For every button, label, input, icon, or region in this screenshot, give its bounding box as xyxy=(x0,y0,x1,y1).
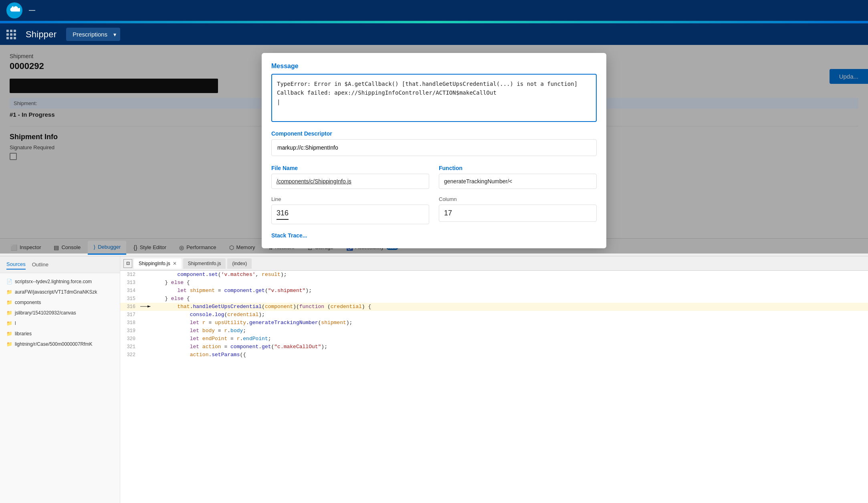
component-descriptor-label: Component Descriptor xyxy=(271,130,597,137)
code-line-315: 315 } else { xyxy=(120,295,868,303)
salesforce-logo[interactable] xyxy=(6,2,22,18)
file-name: libraries xyxy=(15,331,32,337)
list-item[interactable]: 📁 l xyxy=(0,318,120,329)
code-line-312: 312 component.set('v.matches', result); xyxy=(120,271,868,279)
code-line-313: 313 } else { xyxy=(120,279,868,287)
file-name: jslibrary/1541020932/canvas xyxy=(15,310,76,316)
appbar: Shipper Prescriptions xyxy=(0,23,868,45)
editor-tab-shippinginfo-label: ShippingInfo.js xyxy=(139,261,170,266)
column-input-wrapper: 17 xyxy=(439,205,597,222)
function-label: Function xyxy=(439,165,597,171)
devtools-panel: ⬜ Inspector ▤ Console ⟩ Debugger {} Styl… xyxy=(0,238,868,503)
debugger-editor: ⊡ ShippingInfo.js ✕ ShipmentInfo.js (ind… xyxy=(120,256,868,503)
editor-sidebar-toggle[interactable]: ⊡ xyxy=(123,259,132,268)
code-line-317: 317 console.log(credential); xyxy=(120,311,868,319)
file-name: components xyxy=(15,300,41,305)
editor-tab-shipmentinfo-label: ShipmentInfo.js xyxy=(188,261,221,266)
file-name-group: File Name /components/c/ShippingInfo.js xyxy=(271,158,429,189)
folder-icon: 📁 xyxy=(6,341,12,347)
file-name: l xyxy=(15,320,16,326)
code-line-321: 321 let action = component.get("c.makeCa… xyxy=(120,343,868,351)
prescriptions-dropdown[interactable]: Prescriptions xyxy=(66,28,120,41)
editor-tab-close-icon[interactable]: ✕ xyxy=(173,261,177,266)
folder-icon: 📁 xyxy=(6,320,12,326)
error-modal: Message TypeError: Error in $A.getCallba… xyxy=(262,53,606,248)
list-item[interactable]: 📁 libraries xyxy=(0,329,120,339)
app-launcher-icon[interactable] xyxy=(6,30,16,39)
message-textarea[interactable]: TypeError: Error in $A.getCallback() [th… xyxy=(271,74,597,122)
app-title: Shipper xyxy=(26,29,57,40)
column-group: Column 17 xyxy=(439,196,597,224)
editor-tab-shipmentinfo[interactable]: ShipmentInfo.js xyxy=(183,258,226,269)
line-input-wrapper: 316 xyxy=(271,205,429,224)
debugger-panel: Sources Outline 📄 scriptsrx--tydev2.ligh… xyxy=(0,256,868,503)
code-line-316: 316 that.handleGetUpsCredential(comp xyxy=(120,303,868,311)
topbar xyxy=(0,0,868,21)
column-label: Column xyxy=(439,196,597,202)
editor-tab-shippinginfo[interactable]: ShippingInfo.js ✕ xyxy=(134,258,182,269)
list-item[interactable]: 📄 scriptsrx--tydev2.lightning.force.com xyxy=(0,276,120,287)
prescriptions-select-wrapper[interactable]: Prescriptions xyxy=(66,28,120,41)
main-content: Shipment 0000292 Shipment: #1 - In Progr… xyxy=(0,45,868,254)
file-name: auraFW/javascript/VT1TdmGnaNKSzk xyxy=(15,289,97,295)
code-editor-area[interactable]: 312 component.set('v.matches', result); … xyxy=(120,271,868,503)
debugger-sidebar: Sources Outline 📄 scriptsrx--tydev2.ligh… xyxy=(0,256,120,503)
file-name: lightning/r/Case/500m0000007RfmK xyxy=(15,341,92,347)
file-name-label: File Name xyxy=(271,165,429,171)
folder-icon: 📁 xyxy=(6,300,12,305)
code-line-320: 320 let endPoint = r.endPoint; xyxy=(120,335,868,343)
sidebar-tab-sources[interactable]: Sources xyxy=(6,260,26,270)
folder-icon: 📁 xyxy=(6,331,12,337)
file-function-row: File Name /components/c/ShippingInfo.js … xyxy=(271,158,597,189)
line-label: Line xyxy=(271,196,429,202)
modal-overlay: Message TypeError: Error in $A.getCallba… xyxy=(0,45,868,254)
list-item[interactable]: 📁 lightning/r/Case/500m0000007RfmK xyxy=(0,339,120,349)
file-name: scriptsrx--tydev2.lightning.force.com xyxy=(15,279,92,284)
sidebar-tab-header: Sources Outline xyxy=(0,256,120,273)
function-group: Function generateTrackingNumber/< xyxy=(439,158,597,189)
function-value: generateTrackingNumber/< xyxy=(444,178,512,185)
editor-tabs: ⊡ ShippingInfo.js ✕ ShipmentInfo.js (ind… xyxy=(120,256,868,271)
line-group: Line 316 xyxy=(271,196,429,224)
function-input-wrapper: generateTrackingNumber/< xyxy=(439,174,597,189)
component-descriptor-box: markup://c:ShipmentInfo xyxy=(271,139,597,156)
code-line-314: 314 let shipment = component.get("v.ship… xyxy=(120,287,868,295)
divider xyxy=(29,10,35,11)
code-line-322: 322 action.setParams({ xyxy=(120,351,868,359)
editor-tab-index-label: (index) xyxy=(232,261,247,266)
stack-trace-link[interactable]: Stack Trace... xyxy=(271,232,597,239)
column-value: 17 xyxy=(444,209,452,217)
file-name-input-wrapper: /components/c/ShippingInfo.js xyxy=(271,174,429,189)
file-icon: 📄 xyxy=(6,279,12,284)
code-line-319: 319 let body = r.body; xyxy=(120,327,868,335)
message-title: Message xyxy=(271,63,597,70)
folder-icon: 📁 xyxy=(6,310,12,316)
list-item[interactable]: 📁 components xyxy=(0,297,120,308)
component-descriptor-value: markup://c:ShipmentInfo xyxy=(277,144,338,151)
sidebar-tab-outline[interactable]: Outline xyxy=(32,260,48,270)
file-name-value: /components/c/ShippingInfo.js xyxy=(277,178,351,185)
line-value: 316 xyxy=(277,209,289,220)
list-item[interactable]: 📁 jslibrary/1541020932/canvas xyxy=(0,308,120,318)
editor-tab-index[interactable]: (index) xyxy=(227,258,252,269)
folder-icon: 📁 xyxy=(6,289,12,295)
breakpoint-arrow-icon xyxy=(140,303,152,310)
list-item[interactable]: 📁 auraFW/javascript/VT1TdmGnaNKSzk xyxy=(0,287,120,297)
line-column-row: Line 316 Column 17 xyxy=(271,196,597,224)
sidebar-file-list: 📄 scriptsrx--tydev2.lightning.force.com … xyxy=(0,273,120,353)
code-line-318: 318 let r = upsUtility.generateTrackingN… xyxy=(120,319,868,327)
